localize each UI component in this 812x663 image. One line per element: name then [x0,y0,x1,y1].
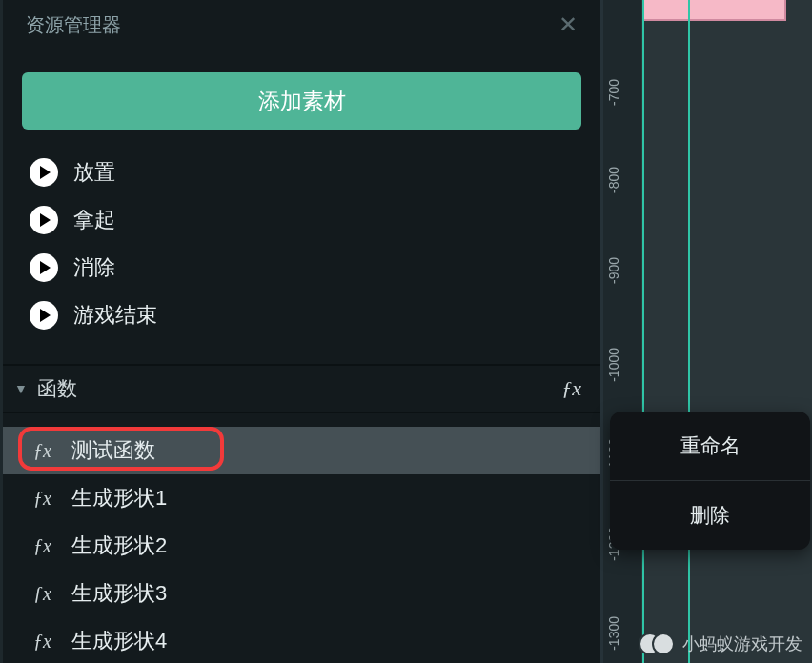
canvas-object[interactable] [642,0,786,21]
ruler-tick: -900 [606,257,640,284]
context-menu: 重命名 删除 [610,412,810,550]
fx-icon: ƒx [33,631,58,653]
context-menu-label: 删除 [690,504,730,526]
action-item-place[interactable]: 放置 [30,149,585,196]
canvas[interactable] [641,0,812,663]
function-item[interactable]: ƒx 生成形状3 [3,570,600,617]
fx-icon: ƒx [33,440,58,462]
function-label: 生成形状3 [71,579,167,608]
action-item-pickup[interactable]: 拿起 [30,196,585,244]
play-icon [30,253,58,282]
action-label: 消除 [73,253,115,282]
fx-icon: ƒx [33,583,58,605]
resource-panel: 资源管理器 ✕ 添加素材 放置 拿起 消除 游戏结束 ▼ 函数 ƒx [3,0,603,663]
functions-section-title: 函数 [37,375,77,402]
function-item-test[interactable]: ƒx 测试函数 [3,427,600,474]
functions-list: ƒx 测试函数 ƒx 生成形状1 ƒx 生成形状2 ƒx 生成形状3 ƒx 生成… [3,413,600,663]
watermark-text: 小蚂蚁游戏开发 [682,633,802,655]
function-item[interactable]: ƒx 生成形状1 [3,474,600,522]
wechat-icon [639,633,675,655]
fx-icon: ƒx [33,535,58,557]
panel-header: 资源管理器 ✕ [3,0,600,50]
ruler-tick: -1300 [606,616,640,651]
function-label: 生成形状4 [71,627,167,655]
function-label: 生成形状1 [71,484,167,512]
ruler-tick: -1000 [606,348,640,382]
context-menu-label: 重命名 [680,434,741,456]
function-item[interactable]: ƒx 生成形状2 [3,522,600,570]
function-label: 测试函数 [71,436,155,465]
add-asset-label: 添加素材 [258,87,346,116]
context-menu-rename[interactable]: 重命名 [610,412,810,481]
add-asset-button[interactable]: 添加素材 [22,72,581,130]
action-label: 拿起 [73,206,115,234]
action-label: 游戏结束 [73,301,157,330]
play-icon [30,301,58,330]
fx-icon: ƒx [33,488,58,510]
function-item[interactable]: ƒx 生成形状4 [3,617,600,663]
panel-title: 资源管理器 [26,12,121,38]
guide-line [642,0,644,663]
action-item-gameover[interactable]: 游戏结束 [30,291,585,339]
action-item-clear[interactable]: 消除 [30,244,585,291]
play-icon [30,158,58,187]
action-list: 放置 拿起 消除 游戏结束 [3,141,600,347]
functions-section-header[interactable]: ▼ 函数 ƒx [3,364,600,413]
ruler-tick: -800 [606,167,640,193]
watermark: 小蚂蚁游戏开发 [639,633,802,655]
guide-line [688,0,690,663]
play-icon [30,206,58,234]
context-menu-delete[interactable]: 删除 [610,481,810,550]
collapse-triangle-icon: ▼ [14,381,28,396]
close-icon[interactable]: ✕ [558,11,578,38]
function-label: 生成形状2 [71,532,167,560]
action-label: 放置 [73,158,115,187]
ruler-tick: -700 [606,79,640,106]
ruler-vertical: -700 -800 -900 -1000 -1100 -1200 -1300 [606,24,640,663]
fx-icon[interactable]: ƒx [561,376,581,401]
